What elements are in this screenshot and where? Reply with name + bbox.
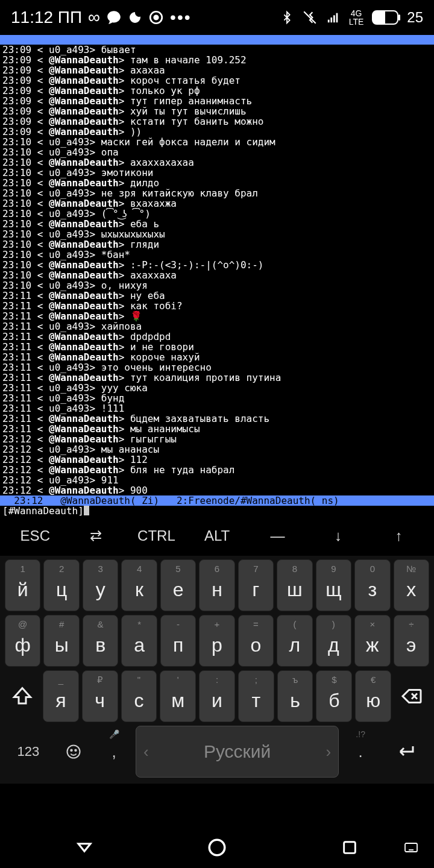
- back-button[interactable]: [74, 837, 95, 858]
- svg-point-7: [71, 750, 72, 751]
- chat-line: 23:09 < @WannaDeauth> хуй ты тут вычисли…: [0, 106, 434, 116]
- svg-rect-3: [330, 17, 332, 22]
- key-н[interactable]: 6н: [199, 559, 234, 611]
- infinity-icon: ∞: [88, 8, 100, 27]
- svg-rect-11: [405, 843, 417, 852]
- key-ч[interactable]: ₽ч: [82, 670, 118, 722]
- moon-icon: [128, 10, 142, 25]
- alt-key[interactable]: ALT: [187, 527, 248, 544]
- emoji-key[interactable]: [55, 726, 92, 778]
- chat-line: 23:11 < u0_a493> бунд: [0, 393, 434, 403]
- circle-dot-icon: [148, 10, 164, 25]
- key-б[interactable]: $б: [316, 670, 352, 722]
- svg-rect-10: [344, 842, 356, 854]
- terminal-view[interactable]: 23:09 < u0_a493> бывает23:09 < @WannaDea…: [0, 35, 434, 516]
- tab-key[interactable]: ⇄: [66, 527, 127, 544]
- chat-line: 23:09 < @WannaDeauth> только ук рф: [0, 86, 434, 96]
- key-е[interactable]: 5е: [160, 559, 196, 611]
- period-key[interactable]: .!? .: [342, 726, 379, 778]
- backspace-key[interactable]: [394, 670, 429, 722]
- key-т[interactable]: ;т: [238, 670, 274, 722]
- chat-line: 23:12 < u0_a493> мы ананасы: [0, 444, 434, 454]
- key-ю[interactable]: €ю: [355, 670, 391, 722]
- clock: 11:12 ПП: [11, 8, 82, 27]
- chat-line: 23:11 < u0_a493> хайпова: [0, 321, 434, 332]
- chat-line: 23:10 < u0_a493> (͡° ͜ʖ ͡°): [0, 209, 434, 219]
- key-й[interactable]: 1й: [5, 559, 40, 611]
- key-к[interactable]: 4к: [121, 559, 157, 611]
- enter-key[interactable]: [382, 726, 429, 778]
- key-ы[interactable]: #ы: [43, 615, 79, 667]
- chat-line: 23:09 < u0_a493> бывает: [0, 45, 434, 55]
- text-cursor: [84, 506, 89, 515]
- keyboard-switch-button[interactable]: [400, 837, 422, 858]
- chat-line: 23:11 < @WannaDeauth> ну еба: [0, 291, 434, 301]
- svg-point-1: [154, 16, 159, 20]
- comma-key[interactable]: 🎤 ,: [95, 726, 133, 778]
- key-и[interactable]: :и: [199, 670, 235, 722]
- key-а[interactable]: *а: [121, 615, 157, 667]
- chat-line: 23:11 < @WannaDeauth> бцдем захватывать …: [0, 414, 434, 424]
- prev-lang-icon: ‹: [143, 743, 149, 761]
- key-я[interactable]: _я: [43, 670, 79, 722]
- chat-line: 23:09 < @WannaDeauth> )): [0, 127, 434, 137]
- chat-line: 23:10 < u0_a493> *бан*: [0, 250, 434, 260]
- signal-icon: [326, 11, 341, 24]
- key-п[interactable]: -п: [160, 615, 196, 667]
- key-в[interactable]: &в: [83, 615, 118, 667]
- key-з[interactable]: 0з: [354, 559, 390, 611]
- chat-line: 23:10 < @WannaDeauth> вхахахжа: [0, 198, 434, 209]
- battery-icon: [372, 10, 398, 25]
- esc-key[interactable]: ESC: [5, 527, 66, 544]
- chat-line: 23:12 < @WannaDeauth> бля не туда набрал: [0, 465, 434, 475]
- key-э[interactable]: ÷э: [394, 615, 429, 667]
- battery-percent: 25: [407, 9, 423, 26]
- down-key[interactable]: ↓: [308, 527, 369, 544]
- ctrl-key[interactable]: CTRL: [126, 527, 187, 544]
- chat-line: 23:11 < @WannaDeauth> 🌹: [0, 311, 434, 321]
- key-ш[interactable]: 8ш: [277, 559, 312, 611]
- svg-point-8: [75, 750, 76, 751]
- irc-input-line[interactable]: [#WannaDeauth]: [0, 506, 434, 516]
- key-щ[interactable]: 9щ: [316, 559, 351, 611]
- bluetooth-icon: [280, 10, 294, 25]
- key-ь[interactable]: ъь: [277, 670, 313, 722]
- home-button[interactable]: [206, 837, 228, 858]
- chat-line: 23:12 < @WannaDeauth> гыгыггыы: [0, 434, 434, 444]
- terminal-extra-keys: ESC ⇄ CTRL ALT — ↓ ↑: [0, 516, 434, 556]
- key-ц[interactable]: 2ц: [43, 559, 79, 611]
- key-г[interactable]: 7г: [238, 559, 274, 611]
- vibrate-icon: [302, 10, 318, 25]
- key-ф[interactable]: @ф: [5, 615, 40, 667]
- chat-line: 23:11 < @WannaDeauth> короче нахуй: [0, 352, 434, 362]
- up-key[interactable]: ↑: [368, 527, 429, 544]
- numeric-toggle[interactable]: 123: [5, 726, 52, 778]
- key-р[interactable]: +р: [199, 615, 234, 667]
- status-bar: 11:12 ПП ∞ ••• 4GLTE 25: [0, 0, 434, 35]
- key-л[interactable]: (л: [277, 615, 312, 667]
- chat-line: 23:10 < u0_a493> ыхыхыхыхыхы: [0, 229, 434, 239]
- shift-key[interactable]: [5, 670, 40, 722]
- chat-line: 23:12 < @WannaDeauth> 112: [0, 454, 434, 465]
- spacebar[interactable]: ‹ Русский ›: [136, 726, 339, 778]
- key-м[interactable]: 'м: [160, 670, 196, 722]
- chat-line: 23:11 < @WannaDeauth> как тобі?: [0, 301, 434, 311]
- svg-rect-5: [336, 13, 338, 23]
- chat-bubble-icon: [106, 10, 122, 25]
- recents-button[interactable]: [339, 837, 360, 858]
- chat-line: 23:11 < @WannaDeauth> и не говори: [0, 342, 434, 352]
- chat-line: 23:10 < u0_a493> не зря китайскую клаву …: [0, 188, 434, 198]
- chat-line: 23:12 < @WannaDeauth> 900: [0, 485, 434, 495]
- key-о[interactable]: =о: [238, 615, 274, 667]
- chat-line: 23:10 < @WannaDeauth> ахаххаха: [0, 270, 434, 280]
- chat-line: 23:09 < @WannaDeauth> там в начале 109.2…: [0, 55, 434, 65]
- chat-line: 23:09 < @WannaDeauth> короч сттатья буде…: [0, 75, 434, 86]
- key-с[interactable]: "с: [121, 670, 157, 722]
- chat-line: 23:10 < @WannaDeauth> :-P:-(<3;-):-|(^o^…: [0, 260, 434, 270]
- key-х[interactable]: №х: [394, 559, 429, 611]
- key-д[interactable]: )д: [316, 615, 351, 667]
- key-у[interactable]: 3у: [83, 559, 118, 611]
- dash-key[interactable]: —: [247, 527, 308, 544]
- chat-line: 23:09 < @WannaDeauth> кстати тут банить …: [0, 116, 434, 127]
- key-ж[interactable]: ×ж: [354, 615, 390, 667]
